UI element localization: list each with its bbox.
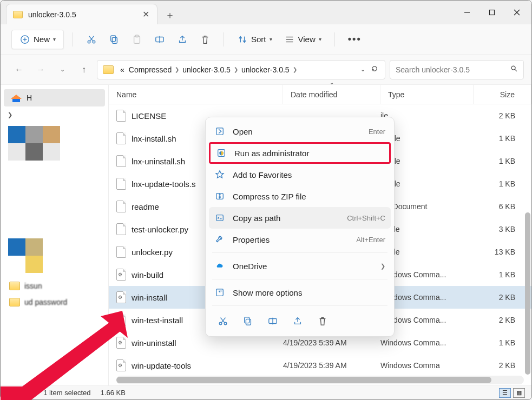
folder-icon <box>9 298 20 306</box>
file-name: win-install <box>132 293 167 302</box>
thumbnails-view-button[interactable]: ▦ <box>513 388 525 398</box>
more-options-icon <box>214 288 225 297</box>
file-size: 2 KB <box>474 361 531 370</box>
new-tab-button[interactable]: ＋ <box>161 6 179 24</box>
status-selection: 1 item selected <box>43 389 90 397</box>
cut-button[interactable] <box>82 30 101 49</box>
clipboard-icon <box>132 34 142 45</box>
ctx-add-favorites[interactable]: Add to Favorites <box>209 164 391 185</box>
svg-rect-1 <box>490 10 495 15</box>
file-row[interactable]: win-update-tools4/19/2023 5:39 AMWindows… <box>109 354 531 376</box>
sidebar-blurred-region <box>8 238 101 273</box>
details-view-button[interactable]: ☰ <box>499 388 511 398</box>
ctx-properties[interactable]: Properties Alt+Enter <box>209 229 391 250</box>
ctx-delete-button[interactable] <box>313 311 332 331</box>
sidebar-blurred-region <box>8 126 101 161</box>
delete-button[interactable] <box>195 30 215 49</box>
forward-button[interactable]: → <box>32 61 49 78</box>
ctx-show-more[interactable]: Show more options <box>209 282 391 303</box>
ctx-quick-actions <box>209 308 391 333</box>
view-button[interactable]: View ▾ <box>280 30 326 49</box>
column-date-modified[interactable]: ⌄ Date modified <box>283 85 380 104</box>
close-tab-button[interactable]: ✕ <box>141 10 150 19</box>
new-button[interactable]: New ▾ <box>11 30 64 49</box>
vertical-scrollbar[interactable] <box>525 212 530 375</box>
file-name: LICENSE <box>132 111 166 121</box>
horizontal-scrollbar[interactable] <box>116 376 524 384</box>
ctx-open[interactable]: Open Enter <box>209 121 391 142</box>
svg-rect-12 <box>111 35 116 41</box>
sidebar: H ❯ issun <box>1 85 109 385</box>
column-type[interactable]: Type <box>380 85 474 104</box>
ctx-rename-button[interactable] <box>263 311 283 331</box>
sort-button[interactable]: Sort ▾ <box>233 30 277 49</box>
file-name: lnx-update-tools.s <box>132 179 195 189</box>
ctx-copy-button[interactable] <box>238 311 258 331</box>
close-window-button[interactable] <box>504 4 529 21</box>
ctx-share-button[interactable] <box>288 311 307 331</box>
svg-rect-11 <box>112 37 117 43</box>
star-icon <box>214 170 225 179</box>
sidebar-folder[interactable]: issun <box>4 279 105 292</box>
file-size: 13 KB <box>474 248 531 256</box>
ctx-copy-as-path[interactable]: Copy as path Ctrl+Shift+C <box>209 207 391 229</box>
ctx-onedrive[interactable]: OneDrive ❯ <box>209 255 391 277</box>
chevron-down-icon: ▾ <box>53 36 56 42</box>
file-icon <box>116 337 126 349</box>
folder-icon <box>103 65 114 74</box>
paste-button[interactable] <box>127 30 147 49</box>
ctx-cut-button[interactable] <box>213 311 233 331</box>
recent-button[interactable]: ⌄ <box>54 61 71 78</box>
copy-button[interactable] <box>104 30 124 49</box>
address-bar[interactable]: « Compressed ❯ unlocker-3.0.5 ❯ unlocker… <box>97 60 385 79</box>
context-menu: Open Enter Run as administrator Add to F… <box>205 117 395 337</box>
search-input[interactable] <box>396 65 506 74</box>
refresh-button[interactable] <box>371 65 378 75</box>
scissors-icon <box>86 34 97 45</box>
search-box[interactable] <box>390 60 524 79</box>
address-dropdown-button[interactable]: ⌄ <box>360 66 365 73</box>
file-icon <box>116 359 126 371</box>
file-icon <box>116 201 126 212</box>
sidebar-item-home[interactable]: H <box>4 89 105 106</box>
ctx-run-as-admin[interactable]: Run as administrator <box>209 142 391 164</box>
column-size[interactable]: Size <box>474 85 531 104</box>
breadcrumb-item[interactable]: unlocker-3.0.5 <box>239 65 292 74</box>
svg-point-20 <box>511 66 515 70</box>
ctx-compress-zip[interactable]: Compress to ZIP file <box>209 185 391 207</box>
breadcrumb-prefix: « <box>118 65 127 74</box>
svg-point-8 <box>93 41 95 43</box>
separator <box>224 32 224 46</box>
address-bar-row: ← → ⌄ ↑ « Compressed ❯ unlocker-3.0.5 ❯ … <box>1 55 531 85</box>
shield-icon <box>216 148 227 158</box>
ctx-label: Copy as path <box>233 214 280 223</box>
chevron-down-icon: ⌄ <box>60 66 65 73</box>
share-button[interactable] <box>173 30 192 49</box>
expand-button[interactable]: ❯ <box>5 110 15 119</box>
column-name[interactable]: Name <box>109 85 283 104</box>
scrollbar-thumb[interactable] <box>116 377 491 383</box>
ctx-shortcut: Ctrl+Shift+C <box>347 214 385 222</box>
ctx-label: Compress to ZIP file <box>233 192 306 201</box>
back-button[interactable]: ← <box>10 61 28 78</box>
breadcrumb-item[interactable]: Compressed <box>127 65 174 74</box>
file-size: 1 KB <box>474 179 531 188</box>
file-name: unlocker.py <box>132 248 173 257</box>
file-size: 1 KB <box>474 157 531 165</box>
tab-active[interactable]: unlocker-3.0.5 ✕ <box>6 4 157 24</box>
search-icon <box>510 65 518 75</box>
ctx-label: Open <box>233 127 253 136</box>
chevron-right-icon: ❯ <box>380 263 385 270</box>
sidebar-item-label: issun <box>24 282 42 290</box>
rename-button[interactable] <box>150 30 169 49</box>
sidebar-folder[interactable]: ud password <box>4 296 105 309</box>
up-button[interactable]: ↑ <box>75 61 93 78</box>
minimize-button[interactable] <box>455 4 480 21</box>
svg-rect-36 <box>246 319 251 325</box>
breadcrumb-item[interactable]: unlocker-3.0.5 <box>180 65 233 74</box>
file-size: 2 KB <box>474 293 531 302</box>
maximize-button[interactable] <box>480 4 504 21</box>
window-controls <box>455 1 531 24</box>
more-button[interactable]: ••• <box>344 30 366 49</box>
sort-icon <box>237 34 248 45</box>
